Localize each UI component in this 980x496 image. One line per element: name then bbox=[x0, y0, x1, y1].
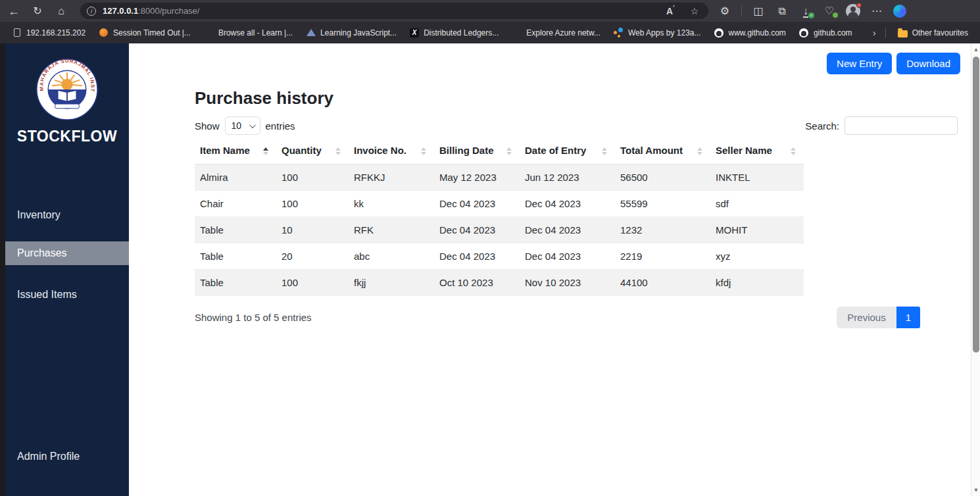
browser-toolbar: ← ↻ ⌂ i 127.0.0.1:8000/purchase/ A ☆ ⚙ ◫… bbox=[0, 0, 980, 22]
cell-billing-date: May 12 2023 bbox=[434, 164, 520, 190]
column-header-invoice-no[interactable]: Invoice No. bbox=[349, 141, 434, 164]
entries-label: entries bbox=[266, 120, 295, 132]
cell-billing-date: Dec 04 2023 bbox=[434, 190, 520, 216]
scroll-down-arrow-icon[interactable]: ▼ bbox=[971, 485, 980, 495]
bookmarks-divider bbox=[885, 28, 886, 38]
scrollbar-thumb[interactable] bbox=[973, 57, 979, 353]
bookmark-label: Learning JavaScript... bbox=[320, 28, 397, 37]
cell-seller-name: sdf bbox=[710, 190, 804, 216]
split-screen-icon[interactable]: ◫ bbox=[751, 6, 766, 16]
bookmark-label: github.com bbox=[814, 28, 852, 37]
site-info-icon[interactable]: i bbox=[87, 7, 96, 16]
bookmark-label: www.github.com bbox=[729, 28, 786, 37]
search-input[interactable] bbox=[845, 116, 958, 135]
cell-billing-date: Dec 04 2023 bbox=[434, 216, 520, 243]
brand-name: STOCKFLOW bbox=[5, 128, 129, 145]
column-header-label: Invoice No. bbox=[354, 145, 406, 156]
collections-icon[interactable]: ⧉ bbox=[775, 6, 789, 16]
cell-billing-date: Dec 04 2023 bbox=[434, 243, 520, 269]
microsoft-logo-icon bbox=[512, 28, 522, 37]
cell-item-name: Chair bbox=[195, 190, 276, 216]
cell-total-amount: 44100 bbox=[615, 269, 710, 295]
x-logo-icon: X bbox=[410, 28, 419, 37]
home-icon[interactable]: ⌂ bbox=[54, 6, 68, 16]
table-row: Table 20 abc Dec 04 2023 Dec 04 2023 221… bbox=[195, 243, 804, 269]
bookmark-item[interactable]: Session Timed Out |... bbox=[93, 25, 196, 40]
microsoft-logo-icon bbox=[204, 28, 214, 37]
column-header-label: Seller Name bbox=[716, 145, 772, 156]
bookmark-item[interactable]: Explore Azure netw... bbox=[506, 25, 606, 40]
session-icon bbox=[99, 28, 109, 37]
bookmark-item[interactable]: github.com bbox=[794, 25, 858, 40]
page-1-button[interactable]: 1 bbox=[896, 307, 920, 328]
column-header-total-amount[interactable]: Total Amount bbox=[615, 141, 710, 164]
bookmark-item[interactable]: Browse all - Learn |... bbox=[199, 25, 298, 40]
table-row: Table 10 RFK Dec 04 2023 Dec 04 2023 123… bbox=[195, 216, 804, 243]
bookmark-item[interactable]: Learning JavaScript... bbox=[301, 25, 402, 40]
entries-select[interactable]: 10 bbox=[225, 116, 260, 135]
main-content: New Entry Download Purchase history Show… bbox=[129, 43, 971, 496]
refresh-icon[interactable]: ↻ bbox=[30, 6, 45, 16]
sidebar-item-purchases[interactable]: Purchases bbox=[5, 241, 129, 265]
column-header-label: Billing Date bbox=[439, 145, 494, 156]
column-header-label: Item Name bbox=[200, 145, 250, 156]
table-controls: Show 10 entries Search: bbox=[195, 116, 958, 135]
dots-icon bbox=[614, 28, 624, 37]
sidebar-nav: Inventory Purchases Issued Items bbox=[5, 203, 129, 307]
more-menu-icon[interactable]: ⋯ bbox=[870, 6, 884, 16]
cell-quantity: 100 bbox=[276, 164, 349, 190]
sidebar-item-issued-items[interactable]: Issued Items bbox=[5, 283, 129, 307]
cell-seller-name: MOHIT bbox=[710, 216, 804, 243]
cell-item-name: Table bbox=[195, 269, 276, 295]
column-header-item-name[interactable]: Item Name bbox=[195, 141, 276, 164]
chevron-down-icon bbox=[249, 122, 255, 128]
bookmark-item[interactable]: Web Apps by 123a... bbox=[608, 25, 706, 40]
read-aloud-icon[interactable]: A bbox=[662, 7, 677, 16]
new-entry-button[interactable]: New Entry bbox=[827, 53, 892, 74]
cell-date-of-entry: Dec 04 2023 bbox=[520, 216, 615, 243]
back-icon[interactable]: ← bbox=[7, 5, 21, 17]
cell-item-name: Table bbox=[195, 243, 276, 269]
learning-icon bbox=[306, 28, 316, 37]
bookmark-item[interactable]: www.github.com bbox=[709, 25, 791, 40]
cell-date-of-entry: Jun 12 2023 bbox=[520, 164, 615, 190]
column-header-label: Quantity bbox=[282, 145, 322, 156]
other-favourites-button[interactable]: Other favourites bbox=[893, 25, 973, 40]
sidebar-item-admin-profile[interactable]: Admin Profile bbox=[5, 445, 129, 468]
bookmarks-overflow-chevron[interactable]: › bbox=[870, 28, 879, 38]
cell-invoice-no: fkjj bbox=[349, 269, 434, 295]
address-bar[interactable]: i 127.0.0.1:8000/purchase/ A ☆ bbox=[80, 3, 708, 19]
cell-total-amount: 55599 bbox=[615, 190, 710, 216]
page-scrollbar[interactable]: ▲ ▼ bbox=[971, 43, 980, 496]
sidebar-item-inventory[interactable]: Inventory bbox=[5, 203, 129, 227]
column-header-billing-date[interactable]: Billing Date bbox=[434, 141, 520, 164]
cell-date-of-entry: Dec 04 2023 bbox=[520, 190, 615, 216]
toolbar-divider bbox=[741, 6, 742, 16]
previous-page-button[interactable]: Previous bbox=[837, 307, 896, 328]
scroll-up-arrow-icon[interactable]: ▲ bbox=[971, 45, 980, 54]
copilot-icon[interactable] bbox=[893, 5, 906, 18]
bookmark-item[interactable]: 192.168.215.202 bbox=[7, 25, 91, 40]
downloads-arrow: ↓ bbox=[803, 5, 808, 18]
downloads-icon[interactable]: ↓✓ bbox=[798, 6, 813, 16]
bookmarks-bar: 192.168.215.202 Session Timed Out |... B… bbox=[0, 22, 980, 43]
browser-essentials-icon[interactable]: ♡ bbox=[822, 6, 837, 16]
column-header-seller-name[interactable]: Seller Name bbox=[710, 141, 804, 164]
profile-notification-dot bbox=[856, 3, 862, 8]
bookmark-label: Web Apps by 123a... bbox=[628, 28, 701, 37]
extensions-icon[interactable]: ⚙ bbox=[718, 6, 732, 16]
profile-avatar[interactable] bbox=[846, 4, 860, 18]
github-logo-icon bbox=[799, 28, 809, 37]
entries-info: Showing 1 to 5 of 5 entries bbox=[195, 312, 312, 323]
column-header-quantity[interactable]: Quantity bbox=[276, 141, 349, 164]
show-label: Show bbox=[195, 120, 220, 132]
favorite-star-icon[interactable]: ☆ bbox=[687, 7, 702, 16]
institute-logo: MAHARAJA SURAJMAL INSTITUTE bbox=[5, 58, 129, 121]
pagination: Previous 1 bbox=[837, 307, 920, 328]
institute-emblem-icon: MAHARAJA SURAJMAL INSTITUTE bbox=[36, 58, 99, 121]
bookmark-item[interactable]: X Distributed Ledgers... bbox=[404, 26, 504, 40]
column-header-date-of-entry[interactable]: Date of Entry bbox=[520, 141, 615, 164]
download-button[interactable]: Download bbox=[896, 53, 960, 74]
essentials-badge bbox=[833, 12, 838, 18]
sidebar: MAHARAJA SURAJMAL INSTITUTE STOCKFLOW In… bbox=[5, 43, 129, 496]
